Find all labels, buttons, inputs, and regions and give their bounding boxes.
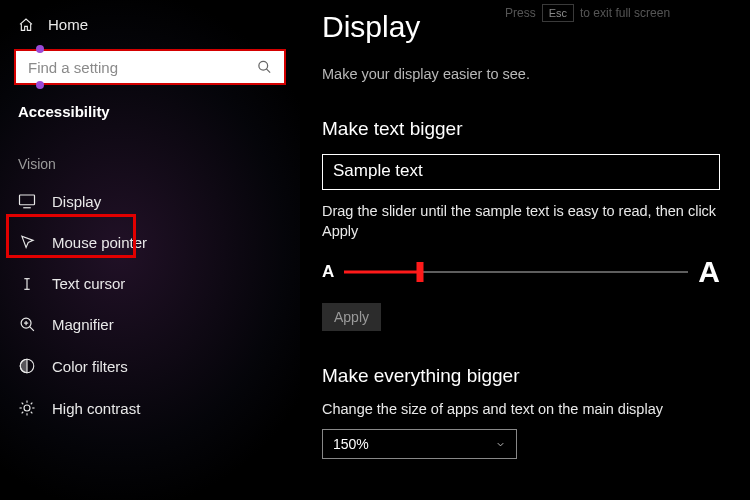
- search-icon: [257, 60, 272, 75]
- sidebar-item-label: Magnifier: [52, 316, 114, 333]
- home-label: Home: [48, 16, 88, 33]
- sidebar-item-label: Display: [52, 193, 101, 210]
- svg-line-17: [22, 403, 24, 405]
- sidebar-item-label: Color filters: [52, 358, 128, 375]
- apply-button[interactable]: Apply: [322, 303, 381, 331]
- fs-hint-rest: to exit full screen: [580, 6, 670, 20]
- chevron-down-icon: [495, 439, 506, 450]
- sidebar-group-vision: Vision: [0, 134, 300, 180]
- magnifier-icon: [18, 316, 36, 333]
- svg-line-18: [31, 412, 33, 414]
- text-cursor-icon: [18, 276, 36, 292]
- slider-track: [420, 272, 688, 273]
- slider-instruction: Drag the slider until the sample text is…: [322, 202, 720, 241]
- sidebar-item-label: Text cursor: [52, 275, 125, 292]
- sidebar-section-title: Accessibility: [0, 97, 300, 134]
- fs-hint-press: Press: [505, 6, 536, 20]
- page-subtitle: Make your display easier to see.: [322, 66, 720, 82]
- fullscreen-hint: Press Esc to exit full screen: [505, 4, 670, 22]
- slider-max-label: A: [698, 255, 720, 289]
- sidebar-item-label: Mouse pointer: [52, 234, 147, 251]
- sidebar-item-high-contrast[interactable]: High contrast: [0, 387, 300, 429]
- text-size-slider-row: A A: [322, 255, 720, 289]
- sidebar-item-text-cursor[interactable]: Text cursor: [0, 263, 300, 304]
- text-size-slider[interactable]: [344, 262, 688, 282]
- svg-line-19: [22, 412, 24, 414]
- display-scale-dropdown[interactable]: 150%: [322, 429, 517, 459]
- home-link[interactable]: Home: [0, 8, 300, 43]
- home-icon: [18, 17, 34, 33]
- slider-fill: [344, 271, 420, 274]
- high-contrast-icon: [18, 399, 36, 417]
- sidebar-item-color-filters[interactable]: Color filters: [0, 345, 300, 387]
- sidebar-item-magnifier[interactable]: Magnifier: [0, 304, 300, 345]
- section-heading-text-bigger: Make text bigger: [322, 118, 720, 140]
- sidebar-item-mouse-pointer[interactable]: Mouse pointer: [0, 222, 300, 263]
- sidebar-item-display[interactable]: Display: [0, 180, 300, 222]
- mouse-pointer-icon: [18, 234, 36, 251]
- color-filters-icon: [18, 357, 36, 375]
- slider-thumb[interactable]: [416, 262, 423, 282]
- dropdown-value: 150%: [333, 436, 369, 452]
- search-wrap: [14, 49, 286, 85]
- selection-handle-icon: [36, 81, 44, 89]
- slider-min-label: A: [322, 262, 334, 282]
- svg-rect-2: [20, 195, 35, 205]
- selection-handle-icon: [36, 45, 44, 53]
- main-content: Display Make your display easier to see.…: [300, 0, 750, 500]
- section-heading-everything-bigger: Make everything bigger: [322, 365, 720, 387]
- scale-description: Change the size of apps and text on the …: [322, 401, 720, 417]
- search-input[interactable]: [14, 49, 286, 85]
- sample-text-preview: Sample text: [322, 154, 720, 190]
- esc-key-icon: Esc: [542, 4, 574, 22]
- svg-line-1: [266, 69, 270, 73]
- svg-line-20: [31, 403, 33, 405]
- sidebar: Home Accessibility Vision Display Mouse …: [0, 0, 300, 500]
- svg-line-8: [29, 327, 33, 331]
- sidebar-item-label: High contrast: [52, 400, 140, 417]
- svg-point-0: [259, 61, 268, 70]
- display-icon: [18, 192, 36, 210]
- svg-point-12: [24, 405, 30, 411]
